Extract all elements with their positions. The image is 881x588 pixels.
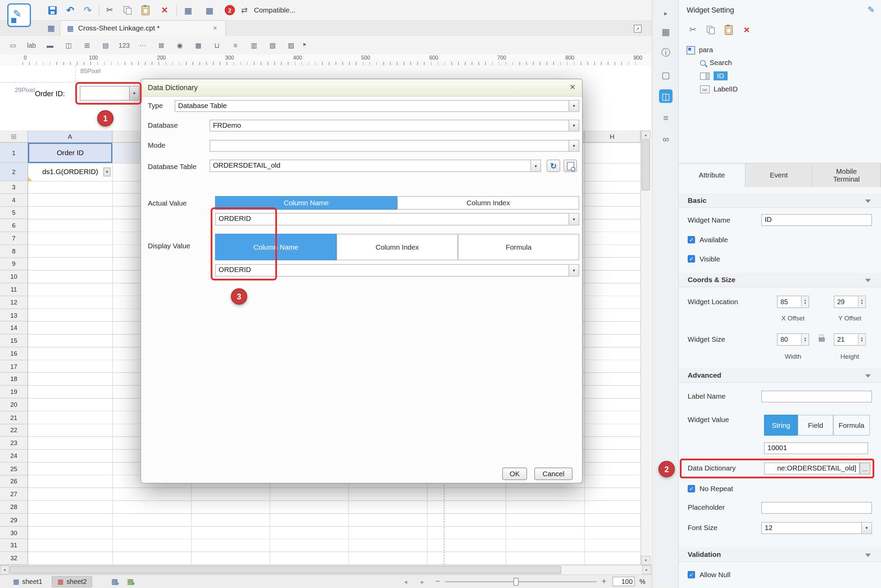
dropdown-arrow-icon[interactable]: ▾: [568, 141, 578, 152]
widget-number-icon[interactable]: 123: [117, 38, 131, 53]
cell-combobox-marker-icon[interactable]: ▾: [103, 168, 111, 177]
tab-mobile-terminal[interactable]: Mobile Terminal: [812, 164, 881, 187]
widget-chart-icon[interactable]: ▨: [284, 38, 298, 53]
grid-corner-cell[interactable]: ⊞: [0, 130, 28, 143]
row-header[interactable]: 30: [0, 526, 28, 539]
row-header[interactable]: 21: [0, 411, 28, 424]
aspect-lock-icon[interactable]: [819, 338, 825, 342]
row-header[interactable]: 20: [0, 399, 28, 411]
label-name-input[interactable]: [761, 390, 872, 402]
row-header[interactable]: 4: [0, 194, 28, 207]
actual-tab-column-index[interactable]: Column Index: [397, 196, 579, 210]
dropdown-arrow-icon[interactable]: ▾: [862, 523, 872, 534]
widget-settings-icon[interactable]: ◫: [659, 89, 673, 103]
paste-icon[interactable]: [139, 4, 152, 16]
column-header[interactable]: A: [28, 130, 112, 143]
zoom-in-icon[interactable]: +: [600, 577, 608, 586]
value-type-field[interactable]: Field: [798, 415, 833, 436]
tree-node-search[interactable]: Search: [700, 57, 732, 69]
tree-paste-icon[interactable]: [722, 24, 735, 36]
data-dictionary-browse-button[interactable]: …: [860, 463, 871, 474]
height-spinner[interactable]: 21 ▴▾: [834, 333, 866, 346]
database-select[interactable]: FRDemo ▾: [210, 120, 579, 131]
tree-cut-icon[interactable]: ✂: [687, 24, 699, 36]
widget-value-input[interactable]: 10001: [764, 442, 868, 454]
prev-sheet-icon[interactable]: ◂: [401, 577, 411, 586]
tree-copy-icon[interactable]: [704, 24, 717, 36]
cancel-button[interactable]: Cancel: [534, 468, 572, 480]
widget-label-icon[interactable]: lab: [24, 38, 39, 53]
widget-tree-icon[interactable]: ≡: [228, 38, 243, 53]
width-spinner[interactable]: 80 ▴▾: [777, 333, 809, 346]
display-tab-formula[interactable]: Formula: [458, 234, 579, 260]
row-header[interactable]: 22: [0, 424, 28, 437]
toolbar-more-icon[interactable]: ▸: [303, 40, 306, 48]
row-header[interactable]: 19: [0, 386, 28, 399]
y-offset-spinner[interactable]: 29 ▴▾: [834, 296, 866, 308]
widget-editor-icon[interactable]: ▤: [98, 38, 113, 53]
cut-icon[interactable]: ✂: [103, 4, 116, 16]
hyperlink-icon[interactable]: ∞: [659, 133, 673, 146]
message-count-badge[interactable]: 2: [225, 5, 235, 15]
row-header[interactable]: 24: [0, 450, 28, 463]
preview-table-icon[interactable]: [563, 159, 577, 172]
scroll-right-icon[interactable]: ▸: [642, 565, 652, 574]
section-coords-size[interactable]: Coords & Size: [679, 273, 881, 287]
row-header[interactable]: 17: [0, 360, 28, 373]
copy-icon[interactable]: [121, 4, 134, 16]
zoom-slider-track[interactable]: [445, 581, 596, 582]
dropdown-arrow-icon[interactable]: ▾: [568, 214, 578, 225]
value-type-formula[interactable]: Formula: [833, 415, 870, 436]
row-header[interactable]: 32: [0, 552, 28, 565]
compatible-label[interactable]: Compatible...: [254, 6, 316, 14]
visible-checkbox[interactable]: ✓: [688, 255, 695, 262]
cell-A2[interactable]: ds1.G(ORDERID) ▾: [28, 163, 112, 181]
report-web-attr-icon[interactable]: ▦: [182, 4, 195, 16]
widget-select-icon[interactable]: ▭: [6, 38, 20, 53]
row-header[interactable]: 28: [0, 501, 28, 514]
cell-element-icon[interactable]: ⓘ: [659, 46, 673, 60]
row-header[interactable]: 15: [0, 334, 28, 348]
refresh-icon[interactable]: ↻: [547, 159, 560, 172]
section-validation[interactable]: Validation: [679, 548, 881, 562]
float-element-icon[interactable]: ▢: [659, 68, 673, 82]
order-id-combobox[interactable]: ▾: [80, 86, 139, 100]
dropdown-arrow-icon[interactable]: ▾: [568, 265, 578, 276]
mode-select[interactable]: ▾: [210, 140, 579, 152]
widget-password-icon[interactable]: ⋯: [135, 38, 150, 53]
tab-event[interactable]: Event: [746, 164, 812, 187]
row-header[interactable]: 7: [0, 232, 28, 245]
scroll-down-icon[interactable]: ▾: [641, 556, 650, 565]
dialog-titlebar[interactable]: Data Dictionary ×: [141, 79, 582, 96]
data-dictionary-input[interactable]: ne:ORDERSDETAIL_old]: [764, 463, 860, 474]
tree-node-labelid[interactable]: lab LabelID: [700, 83, 738, 96]
edit-pencil-icon[interactable]: ✎: [868, 4, 875, 15]
vertical-scroll-thumb[interactable]: [641, 140, 650, 190]
allow-null-checkbox[interactable]: ✓: [688, 571, 695, 579]
next-sheet-icon[interactable]: ▸: [418, 577, 427, 586]
row-header[interactable]: 1: [0, 142, 28, 163]
tree-delete-icon[interactable]: ×: [740, 24, 753, 36]
tree-node-id[interactable]: ID: [700, 70, 727, 82]
actual-tab-column-name[interactable]: Column Name: [215, 196, 397, 210]
dropdown-arrow-icon[interactable]: ▾: [568, 100, 578, 111]
horizontal-scroll-thumb[interactable]: [9, 566, 561, 574]
zoom-value-input[interactable]: 100: [613, 577, 635, 586]
value-type-string[interactable]: String: [764, 415, 798, 436]
save-icon[interactable]: [46, 4, 58, 16]
row-header[interactable]: 16: [0, 347, 28, 360]
row-header[interactable]: 29: [0, 514, 28, 527]
actual-value-select[interactable]: ORDERID ▾: [215, 213, 579, 226]
undo-icon[interactable]: ↶: [64, 4, 76, 16]
widget-combocheck-icon[interactable]: ⊞: [80, 38, 94, 53]
row-header[interactable]: 5: [0, 207, 28, 219]
scroll-left-icon[interactable]: ◂: [0, 565, 9, 574]
widget-checkbox-icon[interactable]: ⊠: [154, 38, 169, 53]
widget-radio-icon[interactable]: ◉: [172, 38, 187, 53]
widget-file-icon[interactable]: ⊔: [210, 38, 224, 53]
document-tab[interactable]: ▦ Cross-Sheet Linkage.cpt * ×: [60, 20, 226, 36]
widget-button-icon[interactable]: ▬: [43, 38, 57, 53]
add-sheet-icon[interactable]: ▦+: [111, 577, 118, 586]
row-header[interactable]: 11: [0, 284, 28, 296]
redo-icon[interactable]: ↷: [82, 4, 94, 16]
